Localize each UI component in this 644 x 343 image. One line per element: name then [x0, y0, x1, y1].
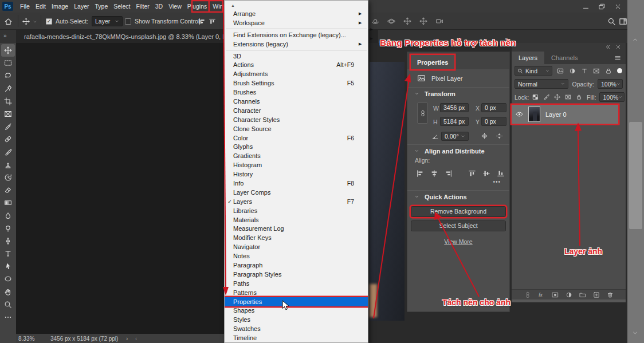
layer-row-layer-0[interactable]: Layer 0 [512, 105, 618, 124]
tab-overflow-icon[interactable]: » [3, 33, 7, 39]
window-menu-item-layers[interactable]: ✓ Layers F7 ▶ [225, 197, 368, 206]
blend-mode-dropdown[interactable]: Normal [515, 79, 568, 89]
align-section-header[interactable]: Align and Distribute [407, 145, 509, 157]
tool-shape[interactable] [1, 273, 15, 285]
workspace-icon[interactable] [619, 17, 627, 26]
align-align-right[interactable] [445, 169, 453, 178]
window-menu-item-paragraph[interactable]: ✓ Paragraph ▶ [225, 261, 368, 270]
window-menu-item-extensions-legacy[interactable]: ✓ Extensions (legacy) ▶ [225, 40, 368, 49]
tool-frame[interactable] [1, 108, 15, 120]
menu-layer[interactable]: Layer [71, 0, 92, 13]
angle-field[interactable]: 0.00° [441, 132, 469, 141]
menu-edit[interactable]: Edit [33, 0, 49, 13]
window-menu-item-clone-source[interactable]: ✓ Clone Source ▶ [225, 124, 368, 133]
scroll-down-icon[interactable] [632, 330, 638, 336]
align-align-center-horizontal[interactable] [430, 169, 438, 178]
window-menu-item-styles[interactable]: ✓ Styles ▶ [225, 315, 368, 324]
window-menu-item-adjustments[interactable]: ✓ Adjustments ▶ [225, 69, 368, 78]
window-menu-item-3d[interactable]: ✓ 3D ▶ [225, 52, 368, 61]
align-more-icon[interactable]: ••• [407, 179, 509, 189]
menu-type[interactable]: Type [92, 0, 111, 13]
window-menu-item-timeline[interactable]: ✓ Timeline ▶ [225, 333, 368, 342]
layers-action-delete-layer[interactable] [607, 291, 614, 298]
filter-filter-adjustment-layers[interactable] [569, 68, 576, 74]
mode-roll-3d-camera[interactable] [387, 17, 395, 25]
align-align-middle-vertical[interactable] [482, 169, 490, 178]
link-dimensions-icon[interactable] [417, 102, 428, 124]
mode-camera-3d[interactable] [435, 17, 443, 25]
page-scrollbar[interactable] [627, 0, 644, 343]
window-menu-item-arrange[interactable]: ✓ Arrange ▶ [225, 9, 368, 18]
window-menu-item-libraries[interactable]: ✓ Libraries ▶ [225, 206, 368, 215]
menu-filter[interactable]: Filter [133, 0, 152, 13]
align-align-bottom[interactable] [497, 169, 505, 178]
width-field[interactable]: 3456 px [440, 103, 469, 112]
layers-action-new-adjustment-layer[interactable] [566, 291, 572, 298]
align-left-edges-icon[interactable] [198, 18, 206, 25]
tool-clone-stamp[interactable] [1, 159, 15, 171]
layer-thumbnail[interactable] [528, 107, 540, 122]
filter-filter-type-layers[interactable] [581, 68, 588, 74]
zoom-level[interactable]: 8.33% [18, 334, 34, 343]
mode-slide-3d-camera[interactable] [419, 17, 427, 25]
tool-edit-toolbar[interactable] [1, 311, 15, 324]
filter-toggle-icon[interactable] [617, 68, 622, 73]
filter-filter-pixel-layers[interactable] [557, 68, 564, 74]
window-menu-item-character[interactable]: ✓ Character ▶ [225, 106, 368, 115]
menu-select[interactable]: Select [111, 0, 133, 13]
search-icon[interactable] [607, 17, 616, 26]
mode-orbit-3d[interactable] [371, 17, 379, 25]
lock-lock-artboard[interactable] [565, 94, 571, 100]
window-menu-item-layer-comps[interactable]: ✓ Layer Comps ▶ [225, 188, 368, 197]
menu-image[interactable]: Image [49, 0, 71, 13]
scrollbar-thumb[interactable] [629, 122, 642, 229]
window-menu-item-channels[interactable]: ✓ Channels ▶ [225, 97, 368, 106]
layers-action-add-layer-mask[interactable] [552, 291, 559, 298]
opacity-dropdown[interactable]: 100% [598, 79, 623, 89]
visibility-eye-icon[interactable] [516, 111, 523, 118]
tool-spot-healing-brush[interactable] [1, 133, 15, 145]
tool-gradient[interactable] [1, 196, 15, 209]
layers-action-new-group[interactable] [579, 291, 586, 298]
window-menu-item-paragraph-styles[interactable]: ✓ Paragraph Styles ▶ [225, 270, 368, 279]
tool-move[interactable] [1, 44, 15, 57]
window-menu-item-gradients[interactable]: ✓ Gradients ▶ [225, 151, 368, 160]
flip-horizontal-icon[interactable] [481, 132, 488, 140]
tab-properties[interactable]: Properties [411, 55, 454, 69]
layers-action-layer-effects[interactable]: fx [538, 291, 545, 298]
height-field[interactable]: 5184 px [440, 117, 469, 126]
window-menu-item-swatches[interactable]: ✓ Swatches ▶ [225, 324, 368, 333]
layer-name[interactable]: Layer 0 [545, 111, 567, 118]
chevron-down-icon[interactable] [33, 19, 37, 24]
menu-plugins[interactable]: Plugins [184, 0, 210, 13]
tool-eyedropper[interactable] [1, 120, 15, 133]
tool-zoom[interactable] [1, 298, 15, 311]
window-control-minimize[interactable] [582, 3, 590, 10]
window-menu-item-brush-settings[interactable]: ✓ Brush Settings F5 ▶ [225, 78, 368, 88]
align-align-left[interactable] [416, 169, 424, 178]
home-icon[interactable] [4, 17, 13, 26]
tool-history-brush[interactable] [1, 171, 15, 184]
layers-action-link-layers[interactable] [524, 291, 531, 298]
panel-menu-icon[interactable] [614, 54, 621, 61]
scroll-up-icon[interactable] [632, 37, 638, 43]
x-field[interactable]: 0 px [481, 103, 506, 112]
tool-pen[interactable] [1, 235, 15, 247]
layers-action-new-layer[interactable] [593, 291, 600, 298]
lock-lock-transparent-pixels[interactable] [532, 94, 539, 100]
window-menu-item-character-styles[interactable]: ✓ Character Styles ▶ [225, 115, 368, 124]
window-menu-item-shapes[interactable]: ✓ Shapes ▶ [225, 306, 368, 316]
view-more-link[interactable]: View More [407, 238, 509, 245]
filter-filter-shape-layers[interactable] [593, 68, 600, 74]
menu-3d[interactable]: 3D [152, 0, 166, 13]
auto-select-checkbox[interactable]: ✓ [46, 18, 52, 25]
window-menu-item-actions[interactable]: ✓ Actions Alt+F9 ▶ [225, 60, 368, 69]
window-menu-item-histogram[interactable]: ✓ Histogram ▶ [225, 160, 368, 169]
remove-background-button[interactable]: Remove Background [411, 206, 506, 217]
window-menu-item-measurement-log[interactable]: ✓ Measurement Log ▶ [225, 224, 368, 233]
tool-eraser[interactable] [1, 184, 15, 196]
window-control-close[interactable] [614, 3, 622, 10]
menu-scroll-up-icon[interactable]: ▲ [225, 2, 368, 9]
window-menu-item-color[interactable]: ✓ Color F6 ▶ [225, 133, 368, 143]
show-transform-checkbox[interactable] [125, 18, 131, 25]
